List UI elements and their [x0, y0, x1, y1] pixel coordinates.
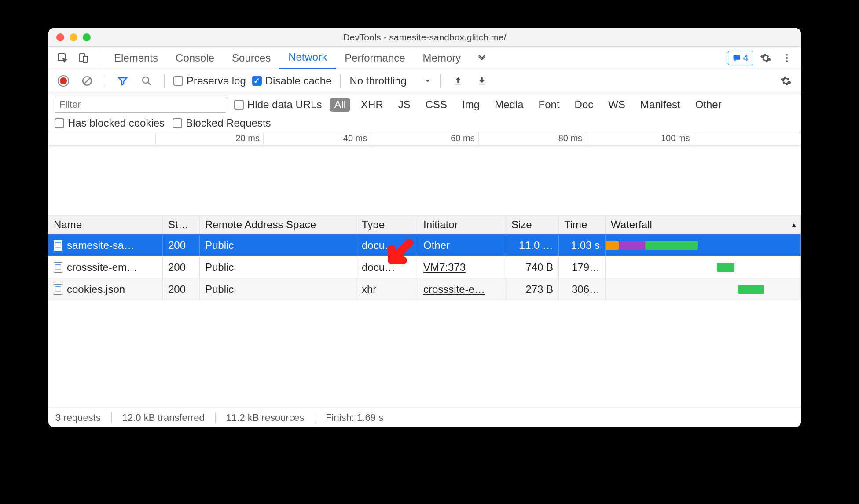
- tab-performance[interactable]: Performance: [336, 47, 414, 69]
- filter-type-media[interactable]: Media: [490, 98, 528, 112]
- preserve-log-checkbox[interactable]: Preserve log: [173, 75, 246, 87]
- svg-point-4: [786, 54, 788, 55]
- filter-type-xhr[interactable]: XHR: [356, 98, 388, 112]
- svg-point-6: [786, 60, 788, 62]
- timeline-tick: 40 ms: [263, 132, 371, 145]
- main-tabs: ElementsConsoleSourcesNetworkPerformance…: [48, 47, 801, 69]
- messages-count: 4: [743, 52, 749, 64]
- minimize-window-button[interactable]: [70, 33, 77, 41]
- filter-type-doc[interactable]: Doc: [570, 98, 598, 112]
- initiator-link[interactable]: crosssite-e…: [423, 283, 485, 296]
- cell-size: 740 B: [506, 256, 559, 278]
- column-header[interactable]: Time: [559, 215, 606, 234]
- cell-waterfall: [606, 256, 801, 278]
- cell-size: 273 B: [506, 278, 559, 300]
- filter-type-img[interactable]: Img: [458, 98, 484, 112]
- hide-data-urls-label: Hide data URLs: [247, 99, 322, 111]
- file-icon: [54, 284, 62, 295]
- filter-bar: Hide data URLs AllXHRJSCSSImgMediaFontDo…: [48, 92, 801, 132]
- timeline-overview[interactable]: 20 ms40 ms60 ms80 ms100 ms: [48, 132, 801, 215]
- tab-elements[interactable]: Elements: [105, 47, 167, 69]
- cell-name: cookies.json: [48, 278, 163, 300]
- svg-rect-2: [83, 56, 88, 62]
- divider: [440, 74, 441, 88]
- throttling-select[interactable]: No throttling: [349, 75, 431, 87]
- status-transferred: 12.0 kB transferred: [122, 412, 205, 424]
- column-header[interactable]: Waterfall▲: [606, 215, 801, 234]
- column-header[interactable]: Remote Address Space: [200, 215, 356, 234]
- svg-rect-11: [455, 84, 462, 84]
- device-toolbar-icon[interactable]: [75, 49, 92, 67]
- kebab-menu-icon[interactable]: [778, 49, 796, 67]
- hide-data-urls-checkbox[interactable]: Hide data URLs: [234, 99, 322, 111]
- initiator-link[interactable]: VM7:373: [423, 261, 466, 274]
- filter-type-font[interactable]: Font: [534, 98, 564, 112]
- cell-initiator: Other: [418, 234, 506, 256]
- divider: [105, 74, 105, 88]
- filter-type-ws[interactable]: WS: [604, 98, 630, 112]
- disable-cache-checkbox[interactable]: Disable cache: [252, 75, 332, 87]
- tab-memory[interactable]: Memory: [414, 47, 470, 69]
- waterfall-bar: [717, 263, 734, 272]
- tab-console[interactable]: Console: [167, 47, 223, 69]
- filter-type-js[interactable]: JS: [394, 98, 415, 112]
- status-requests: 3 requests: [55, 412, 101, 424]
- messages-count-button[interactable]: 4: [728, 51, 753, 65]
- record-button[interactable]: [55, 72, 72, 90]
- column-header[interactable]: Type: [356, 215, 418, 234]
- table-row[interactable]: crosssite-em…200Publicdocu…VM7:373740 B1…: [48, 256, 801, 278]
- cell-initiator: crosssite-e…: [418, 278, 506, 300]
- column-header[interactable]: Name: [48, 215, 163, 234]
- cell-waterfall: [606, 278, 801, 300]
- column-header[interactable]: Size: [506, 215, 559, 234]
- maximize-window-button[interactable]: [83, 33, 91, 41]
- upload-har-icon[interactable]: [449, 72, 467, 90]
- divider: [315, 412, 315, 424]
- column-header[interactable]: St…: [163, 215, 200, 234]
- settings-icon[interactable]: [757, 49, 775, 67]
- svg-point-5: [786, 57, 788, 58]
- waterfall-bar: [738, 285, 764, 294]
- clear-icon[interactable]: [78, 72, 96, 90]
- network-settings-icon[interactable]: [777, 72, 795, 90]
- filter-type-other[interactable]: Other: [691, 98, 726, 112]
- filter-type-css[interactable]: CSS: [421, 98, 452, 112]
- inspect-element-icon[interactable]: [54, 49, 71, 67]
- table-body: samesite-sa…200Publicdocu…Other11.0 …1.0…: [48, 234, 801, 408]
- svg-line-8: [84, 77, 90, 84]
- cell-remote-address-space: Public: [200, 256, 356, 278]
- tab-sources[interactable]: Sources: [223, 47, 279, 69]
- timeline-tick: 60 ms: [371, 132, 478, 145]
- divider: [99, 51, 99, 65]
- cell-type: docu…: [356, 234, 418, 256]
- filter-type-manifest[interactable]: Manifest: [636, 98, 685, 112]
- filter-input[interactable]: [55, 97, 226, 113]
- search-icon[interactable]: [138, 72, 155, 90]
- cell-initiator: VM7:373: [418, 256, 506, 278]
- waterfall-bar: [619, 241, 645, 250]
- close-window-button[interactable]: [56, 33, 64, 41]
- requests-table: NameSt…Remote Address SpaceTypeInitiator…: [48, 215, 801, 408]
- blocked-requests-label: Blocked Requests: [186, 117, 271, 129]
- svg-rect-3: [733, 55, 740, 60]
- filter-type-all[interactable]: All: [330, 98, 350, 112]
- download-har-icon[interactable]: [473, 72, 491, 90]
- has-blocked-cookies-checkbox[interactable]: Has blocked cookies: [55, 117, 165, 129]
- cell-remote-address-space: Public: [200, 234, 356, 256]
- svg-line-10: [148, 82, 151, 85]
- window-title: DevTools - samesite-sandbox.glitch.me/: [48, 32, 801, 43]
- column-header[interactable]: Initiator: [418, 215, 506, 234]
- status-resources: 11.2 kB resources: [226, 412, 304, 424]
- status-finish: Finish: 1.69 s: [326, 412, 383, 424]
- table-header: NameSt…Remote Address SpaceTypeInitiator…: [48, 215, 801, 234]
- table-row[interactable]: cookies.json200Publicxhrcrosssite-e…273 …: [48, 278, 801, 300]
- table-row[interactable]: samesite-sa…200Publicdocu…Other11.0 …1.0…: [48, 234, 801, 256]
- cell-name: samesite-sa…: [48, 234, 163, 256]
- timeline-tick: 20 ms: [155, 132, 263, 145]
- waterfall-bar: [645, 241, 698, 250]
- tab-network[interactable]: Network: [279, 47, 336, 69]
- divider: [111, 412, 112, 424]
- filter-toggle-icon[interactable]: [114, 72, 132, 90]
- more-tabs-icon[interactable]: [473, 49, 491, 67]
- blocked-requests-checkbox[interactable]: Blocked Requests: [173, 117, 271, 129]
